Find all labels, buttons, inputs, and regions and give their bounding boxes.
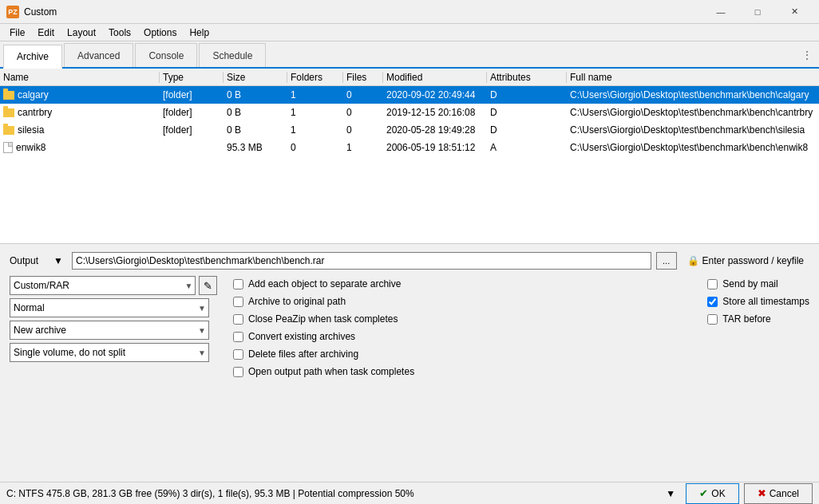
right-checkbox-row-cb_timestamps[interactable]: Store all timestamps bbox=[707, 293, 809, 309]
table-row[interactable]: cantrbry[folder]0 B102019-12-15 20:16:08… bbox=[0, 104, 819, 121]
table-row[interactable]: silesia[folder]0 B102020-05-28 19:49:28D… bbox=[0, 121, 819, 139]
file-name-cell: cantrbry bbox=[0, 107, 160, 118]
file-list-area[interactable]: NameTypeSizeFoldersFilesModifiedAttribut… bbox=[0, 69, 819, 244]
col-header-type[interactable]: Type bbox=[160, 72, 224, 83]
format-select[interactable]: Custom/RARZIP7ZTARGZBZ2 bbox=[10, 276, 196, 295]
cell-folders: 0 bbox=[287, 142, 343, 153]
ok-button[interactable]: ✔ OK bbox=[686, 483, 738, 504]
col-header-size[interactable]: Size bbox=[224, 72, 287, 83]
cell-type: [folder] bbox=[160, 107, 224, 118]
lock-icon: 🔒 bbox=[687, 255, 699, 266]
cell-modified: 2019-12-15 20:16:08 bbox=[383, 107, 487, 118]
checkbox-label-cb_convert[interactable]: Convert existing archives bbox=[248, 331, 355, 342]
checkbox-cb_open[interactable] bbox=[233, 367, 243, 377]
cell-folders: 1 bbox=[287, 124, 343, 136]
checkbox-row-cb_close[interactable]: Close PeaZip when task completes bbox=[233, 311, 699, 327]
cancel-x-icon: ✖ bbox=[758, 487, 766, 499]
window-title: Custom bbox=[24, 6, 702, 18]
col-header-files[interactable]: Files bbox=[343, 72, 383, 83]
output-dropdown-button[interactable]: ▼ bbox=[49, 252, 67, 270]
compression-select[interactable]: StoreFastestFastNormalGoodBest bbox=[10, 298, 209, 317]
checkbox-label-cb_original[interactable]: Archive to original path bbox=[248, 296, 346, 307]
menu-item-file[interactable]: File bbox=[3, 26, 31, 40]
cancel-button[interactable]: ✖ Cancel bbox=[744, 483, 813, 504]
cell-attributes: D bbox=[487, 124, 567, 136]
table-row[interactable]: enwik895.3 MB012006-05-19 18:51:12AC:\Us… bbox=[0, 139, 819, 156]
cell-files: 0 bbox=[343, 107, 383, 118]
menu-item-options[interactable]: Options bbox=[137, 26, 183, 40]
checkbox-label-cb_delete[interactable]: Delete files after archiving bbox=[248, 348, 358, 360]
checkbox-row-cb_delete[interactable]: Delete files after archiving bbox=[233, 346, 699, 362]
checkbox-cb_convert[interactable] bbox=[233, 332, 243, 342]
table-row[interactable]: calgary[folder]0 B102020-09-02 20:49:44D… bbox=[0, 86, 819, 104]
status-bar: C: NTFS 475.8 GB, 281.3 GB free (59%) 3 … bbox=[0, 482, 819, 504]
tab-console[interactable]: Console bbox=[135, 43, 197, 67]
mode-select[interactable]: New archiveUpdate existing archiveSynchr… bbox=[10, 321, 209, 340]
tab-schedule[interactable]: Schedule bbox=[199, 43, 266, 67]
col-header-attributes[interactable]: Attributes bbox=[487, 72, 567, 83]
right-checkbox-cb_timestamps[interactable] bbox=[707, 297, 718, 307]
format-row: Custom/RARZIP7ZTARGZBZ2 ▼ ✎ bbox=[10, 276, 217, 295]
checkbox-row-cb_convert[interactable]: Convert existing archives bbox=[233, 329, 699, 345]
right-checkbox-label-cb_mail[interactable]: Send by mail bbox=[722, 278, 777, 289]
checkbox-cb_close[interactable] bbox=[233, 314, 243, 325]
output-row: Output ▼ ... 🔒 Enter password / keyfile bbox=[10, 252, 809, 270]
cell-size: 0 B bbox=[224, 89, 287, 100]
file-name-cell: enwik8 bbox=[0, 142, 160, 153]
status-dropdown-button[interactable]: ▼ bbox=[662, 485, 679, 502]
action-buttons: ✔ OK ✖ Cancel bbox=[686, 483, 813, 504]
right-checkbox-row-cb_tar[interactable]: TAR before bbox=[707, 311, 809, 327]
checkbox-cb_separate[interactable] bbox=[233, 279, 243, 289]
right-checkbox-row-cb_mail[interactable]: Send by mail bbox=[707, 276, 809, 292]
col-header-full-name[interactable]: Full name bbox=[567, 72, 819, 83]
password-button[interactable]: 🔒 Enter password / keyfile bbox=[682, 252, 809, 270]
format-dropdown-wrapper: Custom/RARZIP7ZTARGZBZ2 ▼ bbox=[10, 276, 196, 295]
checkbox-row-cb_separate[interactable]: Add each object to separate archive bbox=[233, 276, 699, 292]
file-rows: calgary[folder]0 B102020-09-02 20:49:44D… bbox=[0, 86, 819, 156]
col-header-name[interactable]: Name bbox=[0, 72, 160, 83]
format-extra-button[interactable]: ✎ bbox=[199, 276, 217, 295]
menu-item-layout[interactable]: Layout bbox=[61, 26, 102, 40]
toolbar-more-button[interactable]: ⋮ bbox=[798, 46, 816, 64]
app-icon: PZ bbox=[6, 6, 19, 18]
menu-item-edit[interactable]: Edit bbox=[31, 26, 61, 40]
cell-fullname: C:\Users\Giorgio\Desktop\test\benchmark\… bbox=[567, 124, 819, 136]
maximize-button[interactable]: □ bbox=[739, 0, 776, 24]
cell-folders: 1 bbox=[287, 89, 343, 100]
right-checkbox-cb_mail[interactable] bbox=[707, 279, 718, 289]
split-dropdown-wrapper: Single volume, do not splitSplit to volu… bbox=[10, 343, 209, 362]
left-dropdowns: Custom/RARZIP7ZTARGZBZ2 ▼ ✎ StoreFastest… bbox=[10, 276, 217, 380]
checkbox-cb_delete[interactable] bbox=[233, 349, 243, 360]
split-select[interactable]: Single volume, do not splitSplit to volu… bbox=[10, 343, 209, 362]
checkbox-cb_original[interactable] bbox=[233, 297, 243, 307]
checkbox-label-cb_separate[interactable]: Add each object to separate archive bbox=[248, 278, 401, 289]
bottom-panel: Output ▼ ... 🔒 Enter password / keyfile … bbox=[0, 244, 819, 482]
right-checkbox-label-cb_timestamps[interactable]: Store all timestamps bbox=[722, 296, 809, 307]
menu-item-tools[interactable]: Tools bbox=[102, 26, 137, 40]
col-header-modified[interactable]: Modified bbox=[383, 72, 487, 83]
cell-size: 0 B bbox=[224, 107, 287, 118]
toolbar: ArchiveAdvancedConsoleSchedule⋮ bbox=[0, 41, 819, 69]
checkbox-row-cb_original[interactable]: Archive to original path bbox=[233, 293, 699, 309]
checkboxes-right: Send by mailStore all timestampsTAR befo… bbox=[707, 276, 809, 380]
output-path-input[interactable] bbox=[72, 252, 651, 270]
cell-type: [folder] bbox=[160, 124, 224, 136]
browse-button[interactable]: ... bbox=[656, 252, 677, 270]
cell-modified: 2020-05-28 19:49:28 bbox=[383, 124, 487, 136]
close-button[interactable]: ✕ bbox=[776, 0, 813, 24]
cell-type: [folder] bbox=[160, 89, 224, 100]
checkbox-label-cb_close[interactable]: Close PeaZip when task completes bbox=[248, 313, 398, 325]
right-checkbox-cb_tar[interactable] bbox=[707, 314, 718, 325]
menu-item-help[interactable]: Help bbox=[183, 26, 216, 40]
minimize-button[interactable]: — bbox=[702, 0, 739, 24]
checkbox-row-cb_open[interactable]: Open output path when task completes bbox=[233, 364, 699, 380]
col-header-folders[interactable]: Folders bbox=[287, 72, 343, 83]
cell-fullname: C:\Users\Giorgio\Desktop\test\benchmark\… bbox=[567, 89, 819, 100]
tab-advanced[interactable]: Advanced bbox=[64, 43, 133, 67]
mode-dropdown-wrapper: New archiveUpdate existing archiveSynchr… bbox=[10, 321, 209, 340]
right-checkbox-label-cb_tar[interactable]: TAR before bbox=[722, 313, 770, 325]
checkbox-label-cb_open[interactable]: Open output path when task completes bbox=[248, 366, 414, 377]
tab-archive[interactable]: Archive bbox=[3, 45, 62, 69]
cell-attributes: D bbox=[487, 107, 567, 118]
file-icon bbox=[3, 142, 13, 153]
